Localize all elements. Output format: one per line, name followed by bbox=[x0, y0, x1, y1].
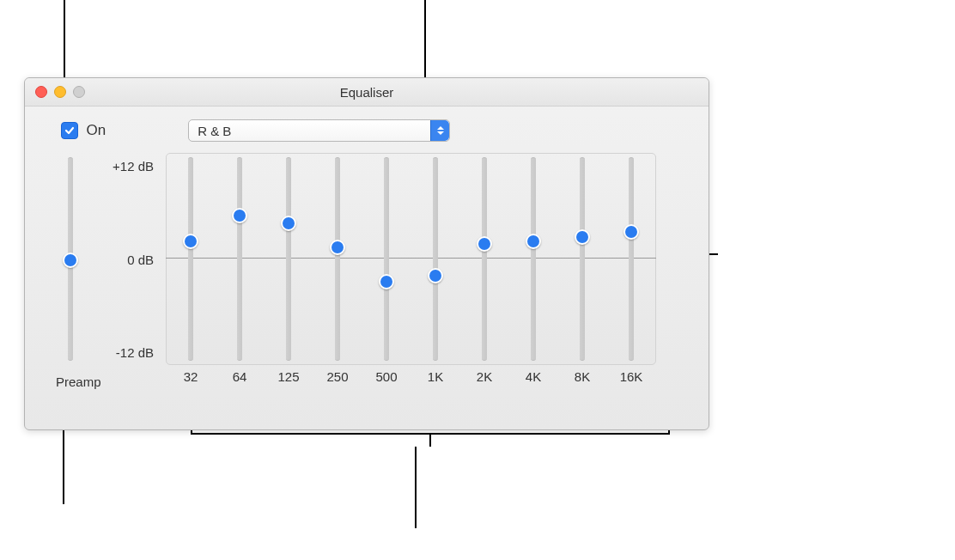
band-freq-label: 500 bbox=[375, 369, 397, 384]
band-64: 64 bbox=[225, 157, 254, 384]
band-freq-label: 32 bbox=[184, 369, 198, 384]
band-250: 250 bbox=[323, 157, 352, 384]
band-slider-64[interactable] bbox=[237, 157, 242, 361]
preset-value: R & B bbox=[189, 124, 430, 138]
band-knob-32[interactable] bbox=[183, 234, 198, 249]
window-title: Equaliser bbox=[25, 85, 709, 100]
band-knob-2K[interactable] bbox=[477, 236, 492, 252]
band-slider-1K[interactable] bbox=[433, 157, 438, 361]
band-slider-32[interactable] bbox=[188, 157, 193, 361]
equaliser-window: Equaliser On R & B bbox=[24, 77, 709, 430]
band-1K: 1K bbox=[421, 157, 450, 384]
band-slider-2K[interactable] bbox=[482, 157, 487, 361]
callout-line bbox=[415, 447, 417, 528]
band-slider-8K[interactable] bbox=[580, 157, 585, 361]
band-500: 500 bbox=[372, 157, 401, 384]
chevron-up-icon bbox=[437, 126, 444, 130]
band-knob-500[interactable] bbox=[379, 274, 394, 289]
preset-select[interactable]: R & B bbox=[188, 119, 450, 142]
band-slider-500[interactable] bbox=[384, 157, 389, 361]
select-stepper-icon bbox=[430, 120, 449, 141]
band-knob-64[interactable] bbox=[232, 208, 247, 223]
callout-line bbox=[63, 427, 64, 504]
band-125: 125 bbox=[274, 157, 303, 384]
band-16K: 16K bbox=[617, 157, 646, 384]
preamp-knob[interactable] bbox=[63, 253, 78, 268]
band-freq-label: 250 bbox=[326, 369, 348, 384]
on-label: On bbox=[87, 122, 106, 139]
band-freq-label: 4K bbox=[526, 369, 541, 384]
band-slider-125[interactable] bbox=[286, 157, 291, 361]
on-checkbox[interactable] bbox=[61, 122, 78, 139]
titlebar[interactable]: Equaliser bbox=[25, 78, 709, 107]
preamp-slider[interactable] bbox=[68, 157, 73, 361]
band-freq-label: 16K bbox=[620, 369, 643, 384]
band-freq-label: 8K bbox=[575, 369, 590, 384]
band-4K: 4K bbox=[519, 157, 548, 384]
preamp-label: Preamp bbox=[56, 374, 101, 389]
band-8K: 8K bbox=[568, 157, 597, 384]
band-knob-4K[interactable] bbox=[526, 234, 541, 249]
band-32: 32 bbox=[176, 157, 205, 384]
db-zero-label: 0 dB bbox=[127, 253, 154, 268]
db-max-label: +12 dB bbox=[113, 159, 154, 174]
band-knob-125[interactable] bbox=[281, 216, 296, 231]
band-knob-250[interactable] bbox=[330, 240, 345, 255]
band-freq-label: 125 bbox=[277, 369, 299, 384]
band-slider-16K[interactable] bbox=[629, 157, 634, 361]
band-knob-8K[interactable] bbox=[575, 229, 590, 245]
band-freq-label: 1K bbox=[428, 369, 443, 384]
band-freq-label: 64 bbox=[233, 369, 247, 384]
db-scale: +12 dB 0 dB -12 dB bbox=[95, 157, 161, 361]
db-min-label: -12 dB bbox=[116, 345, 154, 361]
band-freq-label: 2K bbox=[477, 369, 492, 384]
band-2K: 2K bbox=[470, 157, 499, 384]
check-icon bbox=[64, 125, 76, 137]
chevron-down-icon bbox=[437, 131, 444, 135]
band-knob-1K[interactable] bbox=[428, 268, 443, 283]
band-slider-4K[interactable] bbox=[531, 157, 536, 361]
band-slider-250[interactable] bbox=[335, 157, 340, 361]
band-knob-16K[interactable] bbox=[623, 224, 639, 240]
